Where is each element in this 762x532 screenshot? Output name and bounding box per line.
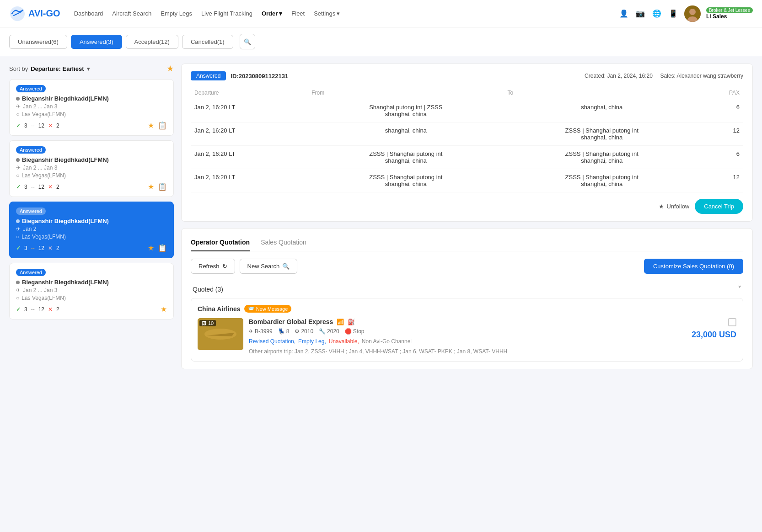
refresh-icon: ↻ xyxy=(222,263,227,270)
plane-icon-3: ✈ xyxy=(16,226,21,232)
message-icon: 📨 xyxy=(248,306,254,312)
camera-icon[interactable]: 📷 xyxy=(635,8,646,19)
mobile-icon[interactable]: 📱 xyxy=(668,8,679,19)
spec-year-refurb: 🔧 2020 xyxy=(319,328,339,335)
star-icon-2[interactable]: ★ xyxy=(148,182,154,191)
tab-accepted[interactable]: Accepted(12) xyxy=(126,35,178,49)
route-name-3: Bieganshir Biegdhkadd(LFMN) xyxy=(16,218,167,224)
new-search-button[interactable]: New Search 🔍 xyxy=(240,259,298,274)
quoted-label: Quoted (3) xyxy=(193,286,223,293)
order-created: Created: Jan 2, 2024, 16:20 xyxy=(585,73,653,79)
flight-dep-2: Jan 2, 16:20 LT xyxy=(191,122,308,146)
date-row-1: ✈ Jan 2 ... Jan 3 xyxy=(16,103,167,110)
right-panel: Answered ID:202308091122131 Created: Jan… xyxy=(181,64,753,526)
nav-dashboard[interactable]: Dashboard xyxy=(74,10,103,17)
order-card-2[interactable]: Answered Bieganshir Biegdhkadd(LFMN) ✈ J… xyxy=(9,140,174,197)
engine-icon: 🛑 xyxy=(345,328,352,335)
aircraft-specs: ✈ B-3999 💺 8 ⚙ 2010 xyxy=(249,328,686,335)
globe-icon[interactable]: 🌐 xyxy=(651,8,662,19)
tab-answered[interactable]: Answered(3) xyxy=(71,35,122,49)
search-orders-button[interactable]: 🔍 xyxy=(240,34,255,49)
order-card-4[interactable]: Answered Bieganshir Biegdhkadd(LFMN) ✈ J… xyxy=(9,263,174,319)
cross-icon-2: ✕ xyxy=(48,184,53,190)
new-message-badge[interactable]: 📨 New Message xyxy=(244,305,292,313)
tag-non-avigo[interactable]: Non Avi-Go Channel xyxy=(362,338,412,345)
route-name-1: Bieganshir Biegdhkadd(LFMN) xyxy=(16,95,167,102)
check-icon-4: ✓ xyxy=(16,306,21,313)
tag-unavailable[interactable]: Unavailable, xyxy=(329,338,359,345)
star-icon[interactable]: ★ xyxy=(148,121,154,130)
user-icon[interactable]: 👤 xyxy=(618,8,629,19)
tab-sales-quotation[interactable]: Sales Quotation xyxy=(261,236,306,251)
sort-star-icon[interactable]: ★ xyxy=(166,64,174,74)
flight-row-2: Jan 2, 16:20 LT shanghai, china ZSSS | S… xyxy=(191,122,743,146)
sort-value[interactable]: Departure: Earliest xyxy=(31,65,84,72)
status-badge-1: Answered xyxy=(16,85,46,92)
flight-pax-2: 12 xyxy=(700,122,743,146)
route-name-2: Bieganshir Biegdhkadd(LFMN) xyxy=(16,156,167,163)
flights-table: Departure From To PAX Jan 2, 16:20 LT Sh… xyxy=(191,87,743,192)
star-icon-3[interactable]: ★ xyxy=(148,244,154,252)
flight-pax-1: 6 xyxy=(700,99,743,122)
customize-quotation-button[interactable]: Customize Sales Quotation (0) xyxy=(644,259,743,274)
sort-prefix: Sort by xyxy=(9,65,28,72)
tag-revised[interactable]: Revised Quotation, xyxy=(249,338,295,345)
flight-row-4: Jan 2, 16:20 LT ZSSS | Shanghai putong i… xyxy=(191,169,743,192)
cancel-trip-button[interactable]: Cancel Trip xyxy=(695,199,743,214)
nav-aircraft-search[interactable]: Aircraft Search xyxy=(112,10,151,17)
unfollow-button[interactable]: ★ Unfollow xyxy=(659,203,689,210)
flight-from-3: ZSSS | Shanghai putong intshanghai, chin… xyxy=(308,146,504,169)
check-icon-3: ✓ xyxy=(16,245,21,251)
plane-icon: ✈ xyxy=(16,103,21,110)
tag-empty-leg[interactable]: Empty Leg, xyxy=(298,338,326,345)
dest-row-3: ○ Las Vegas(LFMN) xyxy=(16,234,167,240)
quotation-section: Operator Quotation Sales Quotation Refre… xyxy=(181,228,753,369)
star-unfollow-icon: ★ xyxy=(659,203,664,210)
flight-row-3: Jan 2, 16:20 LT ZSSS | Shanghai putong i… xyxy=(191,146,743,169)
note-icon-3[interactable]: 📋 xyxy=(158,244,167,252)
spec-engine: 🛑 Stop xyxy=(345,328,365,335)
aircraft-checkbox[interactable] xyxy=(728,318,736,326)
nav-fleet[interactable]: Fleet xyxy=(291,10,305,17)
tab-operator-quotation[interactable]: Operator Quotation xyxy=(191,236,250,251)
reg-icon: ✈ xyxy=(249,328,253,335)
plane-icon-2: ✈ xyxy=(16,165,21,171)
dest-dot-icon-3: ○ xyxy=(16,234,19,240)
refresh-button[interactable]: Refresh ↻ xyxy=(191,259,235,274)
nav-empty-legs[interactable]: Empty Legs xyxy=(161,10,192,17)
logo[interactable]: AVI-GO xyxy=(9,5,60,22)
sort-bar: Sort by Departure: Earliest ▾ ★ xyxy=(9,64,174,74)
settings-chevron-icon: ▾ xyxy=(337,10,340,17)
quoted-chevron-icon[interactable]: ˅ xyxy=(738,285,741,293)
sort-chevron-icon[interactable]: ▾ xyxy=(87,65,90,72)
dest-row-1: ○ Las Vegas(LFMN) xyxy=(16,111,167,117)
order-card-3[interactable]: Answered Bieganshir Biegdhkadd(LFMN) ✈ J… xyxy=(9,202,174,258)
order-card-1[interactable]: Answered Bieganshir Biegdhkadd(LFMN) ✈ J… xyxy=(9,79,174,136)
status-badge-4: Answered xyxy=(16,269,46,276)
cross-icon-4: ✕ xyxy=(48,306,53,313)
refurb-icon: 🔧 xyxy=(319,328,326,335)
note-icon-2[interactable]: 📋 xyxy=(158,182,167,191)
aircraft-image: 🖼 10 xyxy=(198,318,243,350)
star-icon-4[interactable]: ★ xyxy=(161,305,167,314)
cross-icon: ✕ xyxy=(48,122,53,129)
note-icon[interactable]: 📋 xyxy=(158,121,167,130)
flight-to-2: ZSSS | Shanghai putong intshanghai, chin… xyxy=(504,122,700,146)
plane-icon-4: ✈ xyxy=(16,287,21,293)
dest-dot-icon-4: ○ xyxy=(16,295,19,301)
tabs-bar: Unanswered(6) Answered(3) Accepted(12) C… xyxy=(0,27,762,56)
avatar[interactable] xyxy=(684,5,701,22)
user-info: Broker & Jet Lessee Li Sales xyxy=(706,7,753,20)
nav-live-flight[interactable]: Live Flight Tracking xyxy=(201,10,252,17)
image-icon: 🖼 xyxy=(202,320,207,326)
dest-dot-icon: ○ xyxy=(16,111,19,117)
nav-settings[interactable]: Settings ▾ xyxy=(314,10,340,17)
col-pax: PAX xyxy=(700,87,743,99)
dest-row-2: ○ Las Vegas(LFMN) xyxy=(16,172,167,179)
tab-cancelled[interactable]: Cancelled(1) xyxy=(182,35,233,49)
flight-pax-3: 6 xyxy=(700,146,743,169)
tab-unanswered[interactable]: Unanswered(6) xyxy=(9,35,67,49)
nav-order[interactable]: Order ▾ xyxy=(262,10,282,17)
mfg-icon: ⚙ xyxy=(295,328,300,335)
aircraft-price: 23,000 USD xyxy=(692,330,736,340)
